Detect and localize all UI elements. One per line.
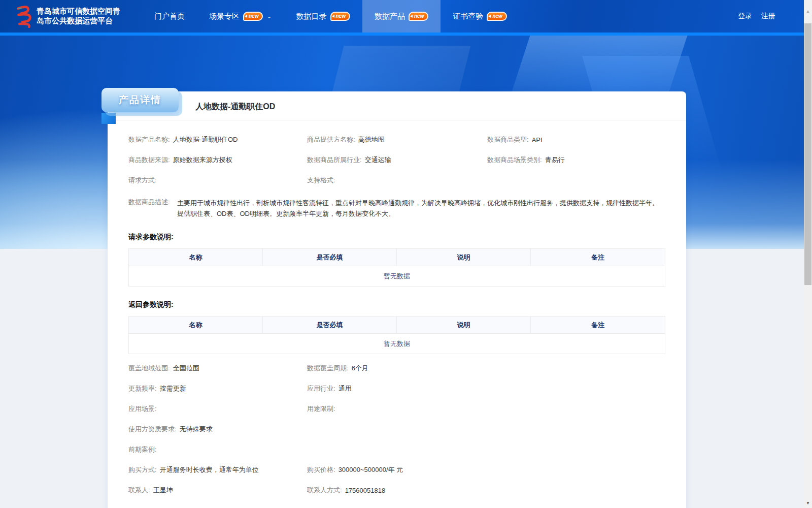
scroll-down-icon[interactable]: ▼ xyxy=(804,499,812,507)
card-header: 人地数据-通勤职住OD xyxy=(108,91,686,120)
field-label: 数据商品类型: xyxy=(487,135,529,144)
field-value: 6个月 xyxy=(352,364,368,373)
response-params-title: 返回参数说明: xyxy=(128,300,665,309)
field-row: 使用方资质要求:无特殊要求 xyxy=(128,419,665,439)
nav-item-label: 数据产品 xyxy=(375,12,405,21)
request-params-table: 名称 是否必填 说明 备注 暂无数据 xyxy=(128,248,665,287)
field-label: 数据商品所属行业: xyxy=(307,155,362,165)
field-label: 商品数据来源: xyxy=(128,155,170,165)
register-link[interactable]: 注册 xyxy=(761,12,775,21)
description-row: 数据商品描述: 主要用于城市规律性出行，剖析城市规律性客流特征，重点针对早晚高峰… xyxy=(128,198,665,219)
field-label: 商品提供方名称: xyxy=(307,135,355,144)
col-header-required: 是否必填 xyxy=(263,316,397,333)
scrollbar-thumb[interactable] xyxy=(804,23,811,285)
field-value: 全国范围 xyxy=(173,364,199,373)
brand[interactable]: 青岛城市可信数据空间青岛市公共数据运营平台 xyxy=(13,5,127,28)
field-label: 请求方式: xyxy=(128,176,157,185)
nav-item-certificate[interactable]: 证书查验 new xyxy=(441,0,519,33)
field-value: 按需更新 xyxy=(160,384,186,393)
new-badge-icon: new xyxy=(409,12,428,21)
table-header-row: 名称 是否必填 说明 备注 xyxy=(129,249,665,266)
info-field: 数据产品名称: 人地数据-通勤职住OD xyxy=(128,130,307,150)
nav-item-label: 证书查验 xyxy=(453,12,483,21)
field-value: 通用 xyxy=(339,384,352,393)
tab-notch xyxy=(101,113,116,124)
field-value: 原始数据来源方授权 xyxy=(173,155,232,165)
brand-line1: 青岛城市可信数据空间 xyxy=(37,7,113,15)
nav-item-label: 场景专区 xyxy=(209,12,240,21)
field-row: 更新频率:按需更新 应用行业:通用 xyxy=(128,378,665,399)
table-header-row: 名称 是否必填 说明 备注 xyxy=(129,316,665,333)
field-value: 交通运输 xyxy=(365,155,391,165)
new-badge-icon: new xyxy=(243,12,263,21)
nav-item-home[interactable]: 门户首页 xyxy=(142,0,197,33)
field-label: 购买方式: xyxy=(128,465,157,474)
field-label: 数据商品描述: xyxy=(128,198,175,219)
brand-text: 青岛城市可信数据空间青岛市公共数据运营平台 xyxy=(37,7,127,26)
login-link[interactable]: 登录 xyxy=(738,12,752,21)
field-label: 联系人: xyxy=(128,486,150,495)
bottom-fields: 覆盖地域范围:全国范围 数据覆盖周期:6个月 更新频率:按需更新 应用行业:通用… xyxy=(128,358,665,508)
nav-item-label: 门户首页 xyxy=(154,12,185,21)
nav-item-catalog[interactable]: 数据目录 new xyxy=(284,0,362,33)
nav-item-scenes[interactable]: 场景专区 new ⌄ xyxy=(197,0,284,33)
field-row: 购买方式:开通服务时长收费，通常年为单位 购买价格:300000~500000/… xyxy=(128,460,665,480)
scroll-up-icon[interactable]: ▲ xyxy=(804,7,812,15)
field-value: 300000~500000/年 元 xyxy=(339,465,403,474)
info-field: 数据商品所属行业: 交通运输 xyxy=(307,150,487,170)
tab-product-detail[interactable]: 产品详情 xyxy=(101,88,179,112)
field-label: 应用行业: xyxy=(307,384,335,393)
field-label: 应用场景: xyxy=(128,404,157,414)
vertical-scrollbar[interactable]: ▲ ▼ xyxy=(804,0,812,508)
field-label: 购买价格: xyxy=(307,465,335,474)
info-field: 商品数据来源: 原始数据来源方授权 xyxy=(128,150,307,170)
col-header-required: 是否必填 xyxy=(263,249,397,266)
accent-strip xyxy=(0,33,804,36)
info-field: 请求方式: xyxy=(128,170,307,190)
info-field-empty xyxy=(487,170,665,190)
empty-data-row: 暂无数据 xyxy=(129,266,665,286)
field-value: 无特殊要求 xyxy=(180,425,213,434)
card-content: 数据产品名称: 人地数据-通勤职住OD 商品提供方名称: 高德地图 数据商品类型… xyxy=(108,130,686,508)
col-header-description: 说明 xyxy=(397,316,531,333)
field-value: 开通服务时长收费，通常年为单位 xyxy=(160,465,259,474)
col-header-remark: 备注 xyxy=(531,316,665,333)
field-label: 前期案例: xyxy=(128,445,157,454)
info-field: 商品提供方名称: 高德地图 xyxy=(307,130,487,150)
field-row: 前期案例: xyxy=(128,439,665,460)
col-header-name: 名称 xyxy=(129,316,263,333)
info-field: 数据商品场景类别: 青易行 xyxy=(487,150,665,170)
field-label: 数据商品场景类别: xyxy=(487,155,542,165)
nav-menu: 门户首页 场景专区 new ⌄ 数据目录 new 数据产品 new 证书查验 n… xyxy=(142,0,519,33)
col-header-description: 说明 xyxy=(397,249,531,266)
product-detail-card: 产品详情 人地数据-通勤职住OD 数据产品名称: 人地数据-通勤职住OD 商品提… xyxy=(108,91,686,508)
new-badge-icon: new xyxy=(487,12,506,21)
chevron-down-icon: ⌄ xyxy=(266,14,272,19)
new-badge-icon: new xyxy=(330,12,350,21)
field-row: 覆盖地域范围:全国范围 数据覆盖周期:6个月 xyxy=(128,358,665,378)
field-label: 更新频率: xyxy=(128,384,157,393)
field-label: 覆盖地域范围: xyxy=(128,364,170,373)
field-label: 数据产品名称: xyxy=(128,135,170,144)
field-row: 联系人:王显坤 联系人方式:17560051818 xyxy=(128,480,665,500)
field-value: 人地数据-通勤职住OD xyxy=(173,135,238,144)
field-value: API xyxy=(532,136,543,144)
field-value: 青易行 xyxy=(545,155,565,165)
field-label: 支持格式: xyxy=(307,176,335,185)
field-value: 王显坤 xyxy=(153,486,173,495)
field-row-clipped: 交付:支持数据服务期限内，按城市权限提供数据 xyxy=(128,505,665,508)
field-value: 高德地图 xyxy=(358,135,385,144)
field-value: 17560051818 xyxy=(345,487,386,494)
col-header-remark: 备注 xyxy=(531,249,665,266)
top-navbar: 青岛城市可信数据空间青岛市公共数据运营平台 门户首页 场景专区 new ⌄ 数据… xyxy=(0,0,804,33)
info-grid: 数据产品名称: 人地数据-通勤职住OD 商品提供方名称: 高德地图 数据商品类型… xyxy=(128,130,665,190)
nav-item-label: 数据目录 xyxy=(296,12,327,21)
empty-data-row: 暂无数据 xyxy=(129,333,665,354)
description-text: 主要用于城市规律性出行，剖析城市规律性客流特征，重点针对早晚高峰通勤规律，为解决… xyxy=(177,198,665,219)
field-label: 使用方资质要求: xyxy=(128,425,177,434)
info-field: 支持格式: xyxy=(307,170,487,190)
field-row: 应用场景: 用途限制: xyxy=(128,399,665,419)
product-title: 人地数据-通勤职住OD xyxy=(195,102,666,112)
nav-item-products[interactable]: 数据产品 new xyxy=(362,0,441,33)
field-label: 数据覆盖周期: xyxy=(307,364,349,373)
